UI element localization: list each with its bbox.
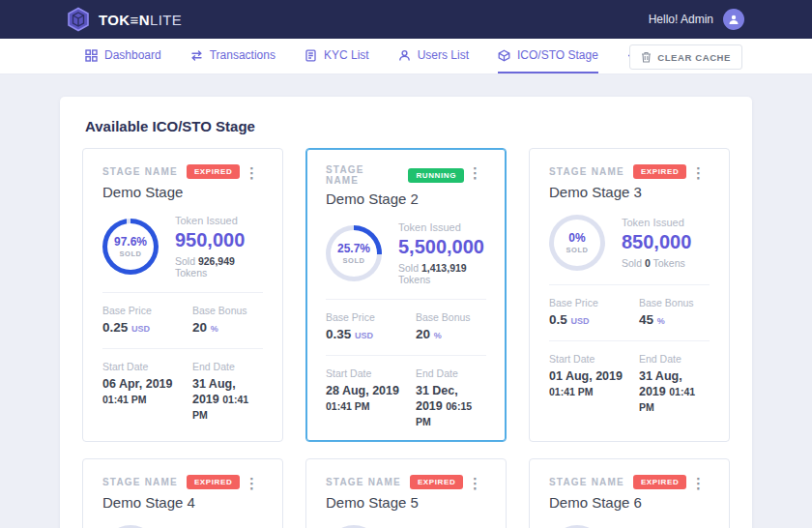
grid-icon xyxy=(85,49,98,62)
price-section: Base Price 0.5 USD Base Bonus 45 % xyxy=(549,284,710,327)
stage-name-label: STAGE NAME xyxy=(326,477,401,487)
top-header: TOK≡NLITE Hello! Admin xyxy=(0,0,812,39)
base-bonus-value: 20 % xyxy=(192,320,263,335)
sold-tokens-value: 0 xyxy=(645,257,651,269)
stage-name-label: STAGE NAME xyxy=(549,477,624,487)
stage-title: Demo Stage 6 xyxy=(549,494,686,511)
base-bonus-label: Base Bonus xyxy=(639,297,710,308)
token-issued-label: Token Issued xyxy=(622,217,691,228)
base-bonus-value: 45 % xyxy=(639,312,710,327)
nav-item-dashboard[interactable]: Dashboard xyxy=(85,39,161,73)
base-price-value: 0.25 USD xyxy=(102,320,192,335)
sold-percent: 0% xyxy=(568,231,585,245)
stage-title: Demo Stage 3 xyxy=(549,184,686,200)
nav-label: KYC List xyxy=(324,48,369,62)
token-issued-label: Token Issued xyxy=(175,215,263,226)
base-price-label: Base Price xyxy=(102,305,192,316)
nav-item-ico-sto-stage[interactable]: ICO/STO Stage xyxy=(498,39,598,73)
nav-label: Users List xyxy=(418,48,469,62)
nav-item-transactions[interactable]: Transactions xyxy=(190,39,276,73)
status-badge: EXPIRED xyxy=(633,475,686,489)
start-date-value: 01 Aug, 2019 01:41 PM xyxy=(549,368,632,399)
status-badge: EXPIRED xyxy=(633,164,686,179)
stage-title: Demo Stage 5 xyxy=(326,494,463,511)
brand-text: TOK≡NLITE xyxy=(99,12,182,28)
tokenlite-logo-icon xyxy=(66,7,91,32)
sold-caption: SOLD xyxy=(342,256,364,265)
end-date-label: End Date xyxy=(416,367,486,379)
stage-name-label: STAGE NAME xyxy=(549,166,624,177)
sold-caption: SOLD xyxy=(566,246,588,254)
stage-title: Demo Stage 2 xyxy=(326,191,464,207)
nav-item-users-list[interactable]: Users List xyxy=(398,39,469,73)
status-badge: EXPIRED xyxy=(187,164,240,179)
app-window: TOK≡NLITE Hello! Admin Dashboard Transac… xyxy=(0,0,812,528)
date-section: Start Date 28 Aug, 2019 01:41 PM End Dat… xyxy=(326,355,486,429)
start-date-value: 28 Aug, 2019 01:41 PM xyxy=(326,383,409,414)
base-bonus-value: 20 % xyxy=(416,327,486,341)
swap-arrows-icon xyxy=(190,49,203,62)
clear-cache-button[interactable]: CLEAR CACHE xyxy=(629,44,742,70)
status-badge: EXPIRED xyxy=(410,475,463,489)
nav-label: ICO/STO Stage xyxy=(517,48,598,62)
sold-percent: 25.7% xyxy=(337,242,370,255)
user-avatar[interactable] xyxy=(723,9,744,30)
sold-donut: 0% SOLD xyxy=(549,215,605,271)
stage-card: STAGE NAME RUNNING Demo Stage 2 ⋮ 25.7% … xyxy=(305,148,507,442)
status-badge: RUNNING xyxy=(408,168,464,183)
cube-icon xyxy=(498,49,510,62)
sold-percent: 97.6% xyxy=(114,235,147,249)
stage-card: STAGE NAME EXPIRED Demo Stage 3 ⋮ 0% SOL… xyxy=(529,148,730,442)
document-icon xyxy=(304,49,317,62)
more-menu-icon[interactable]: ⋮ xyxy=(464,475,486,511)
stage-card: STAGE NAME EXPIRED Demo Stage 6 ⋮ 0% SOL… xyxy=(529,458,730,528)
base-price-value: 0.5 USD xyxy=(549,312,639,327)
greeting-text: Hello! Admin xyxy=(649,13,713,26)
nav-item-kyc-list[interactable]: KYC List xyxy=(304,39,369,73)
base-price-value: 0.35 USD xyxy=(326,327,416,341)
nav-label: Dashboard xyxy=(104,48,161,62)
sold-donut: 25.7% SOLD xyxy=(326,225,382,281)
content-panel: Available ICO/STO Stage STAGE NAME EXPIR… xyxy=(60,97,752,528)
date-section: Start Date 06 Apr, 2019 01:41 PM End Dat… xyxy=(102,348,263,423)
token-issued-value: 850,000 xyxy=(622,231,691,253)
stage-card: STAGE NAME EXPIRED Demo Stage ⋮ 97.6% SO… xyxy=(82,148,283,442)
brand[interactable]: TOK≡NLITE xyxy=(66,7,182,32)
stage-card: STAGE NAME EXPIRED Demo Stage 4 ⋮ 0% SOL… xyxy=(82,458,283,528)
end-date-value: 31 Aug, 2019 01:41 PM xyxy=(192,376,257,423)
stage-title: Demo Stage xyxy=(102,184,240,200)
more-menu-icon[interactable]: ⋮ xyxy=(464,164,486,207)
token-issued-value: 950,000 xyxy=(175,229,263,251)
end-date-label: End Date xyxy=(639,353,710,365)
sold-donut: 97.6% SOLD xyxy=(102,219,159,275)
stage-name-label: STAGE NAME xyxy=(102,166,178,177)
end-date-value: 31 Aug, 2019 01:41 PM xyxy=(639,368,704,415)
sold-tokens-line: Sold 926,949 Tokens xyxy=(175,255,263,279)
base-price-label: Base Price xyxy=(326,311,416,323)
main-nav: Dashboard Transactions KYC List Users Li… xyxy=(0,39,812,74)
end-date-value: 31 Dec, 2019 06:15 PM xyxy=(416,383,480,429)
date-section: Start Date 01 Aug, 2019 01:41 PM End Dat… xyxy=(549,340,710,415)
more-menu-icon[interactable]: ⋮ xyxy=(241,475,263,511)
base-bonus-label: Base Bonus xyxy=(416,311,486,323)
stage-card: STAGE NAME EXPIRED Demo Stage 5 ⋮ 0% SOL… xyxy=(305,458,507,528)
user-icon xyxy=(398,49,411,62)
sold-tokens-line: Sold 0 Tokens xyxy=(622,257,691,269)
sold-tokens-value: 926,949 xyxy=(198,255,235,267)
more-menu-icon[interactable]: ⋮ xyxy=(687,475,710,511)
page-title: Available ICO/STO Stage xyxy=(60,97,752,148)
price-section: Base Price 0.25 USD Base Bonus 20 % xyxy=(102,292,263,335)
sold-tokens-value: 1,413,919 xyxy=(421,262,467,274)
base-bonus-label: Base Bonus xyxy=(192,305,263,316)
start-date-label: Start Date xyxy=(102,361,192,372)
sold-caption: SOLD xyxy=(119,249,141,258)
start-date-label: Start Date xyxy=(549,353,639,365)
nav-label: Transactions xyxy=(210,48,276,62)
end-date-label: End Date xyxy=(192,361,263,372)
more-menu-icon[interactable]: ⋮ xyxy=(687,164,710,200)
price-section: Base Price 0.35 USD Base Bonus 20 % xyxy=(326,299,486,341)
person-icon xyxy=(728,14,740,25)
token-issued-label: Token Issued xyxy=(398,221,486,233)
more-menu-icon[interactable]: ⋮ xyxy=(241,164,263,200)
trash-icon xyxy=(641,51,652,63)
